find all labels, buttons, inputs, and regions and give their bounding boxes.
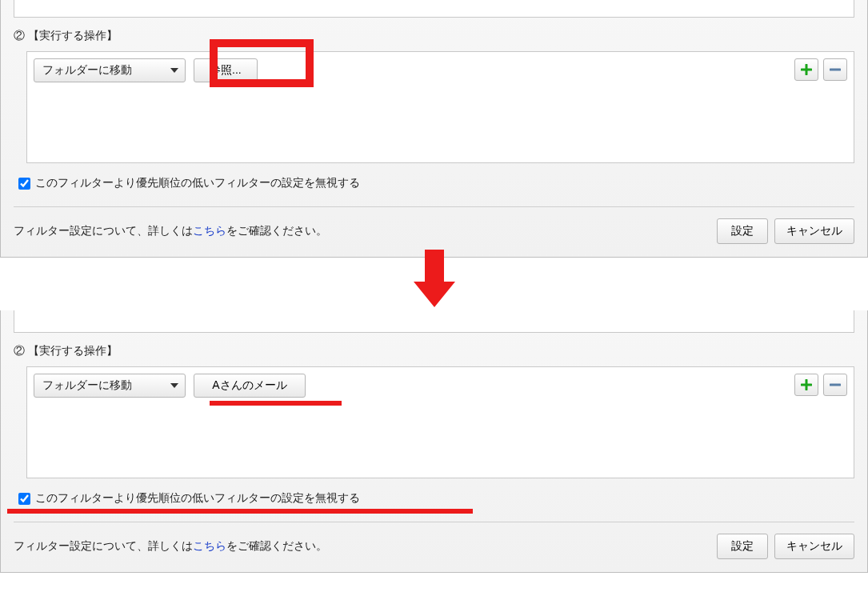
action-select-value: フォルダーに移動 — [42, 378, 132, 393]
remove-action-button[interactable] — [823, 58, 847, 81]
footer-text: フィルター設定について、詳しくはこちらをご確認ください。 — [14, 224, 327, 238]
filter-panel-before: ② 【実行する操作】 フォルダーに移動 参照... このフィルターより優先順位の… — [0, 0, 868, 258]
footer-link[interactable]: こちら — [193, 539, 226, 552]
cancel-button[interactable]: キャンセル — [774, 534, 854, 559]
section-title: 【実行する操作】 — [28, 29, 118, 42]
section-number: ② — [14, 344, 25, 357]
chevron-down-icon — [170, 383, 178, 388]
footer-text-before: フィルター設定について、詳しくは — [14, 539, 193, 552]
plus-icon — [801, 64, 812, 75]
action-select[interactable]: フォルダーに移動 — [34, 58, 186, 82]
browse-button[interactable]: 参照... — [194, 58, 258, 82]
upper-box-fragment — [14, 0, 854, 18]
annotation-arrow — [0, 258, 868, 310]
chevron-down-icon — [170, 68, 178, 73]
remove-action-button[interactable] — [823, 374, 847, 396]
action-select[interactable]: フォルダーに移動 — [34, 374, 186, 398]
footer-text-after: をご確認ください。 — [226, 539, 327, 552]
footer-text-after: をご確認ください。 — [226, 224, 327, 237]
minus-icon — [830, 64, 841, 75]
add-action-button[interactable] — [794, 58, 818, 81]
plus-icon — [801, 379, 812, 390]
upper-box-fragment — [14, 310, 854, 333]
footer-text: フィルター設定について、詳しくはこちらをご確認ください。 — [14, 539, 327, 554]
add-action-button[interactable] — [794, 374, 818, 396]
section-number: ② — [14, 29, 25, 42]
cancel-button[interactable]: キャンセル — [774, 218, 854, 244]
footer-link[interactable]: こちら — [193, 224, 226, 237]
filter-panel-after: ② 【実行する操作】 フォルダーに移動 Aさんのメール このフィルターより優先順… — [0, 310, 868, 573]
annotation-red-underline-folder — [210, 401, 342, 406]
section-label: ② 【実行する操作】 — [1, 18, 867, 51]
section-label: ② 【実行する操作】 — [1, 333, 867, 366]
set-button[interactable]: 設定 — [717, 218, 768, 244]
ignore-lower-priority-checkbox[interactable] — [18, 178, 30, 190]
selected-folder-button[interactable]: Aさんのメール — [194, 374, 306, 398]
ignore-lower-priority-label: このフィルターより優先順位の低いフィルターの設定を無視する — [35, 176, 360, 190]
ignore-lower-priority-checkbox[interactable] — [18, 493, 30, 505]
ignore-lower-priority-label: このフィルターより優先順位の低いフィルターの設定を無視する — [35, 491, 360, 506]
action-select-value: フォルダーに移動 — [42, 63, 132, 78]
ignore-lower-priority-row: このフィルターより優先順位の低いフィルターの設定を無視する — [1, 478, 867, 518]
set-button[interactable]: 設定 — [717, 534, 768, 559]
footer-row: フィルター設定について、詳しくはこちらをご確認ください。 設定 キャンセル — [1, 522, 867, 572]
action-box: フォルダーに移動 参照... — [26, 51, 854, 163]
annotation-red-underline-checkbox — [7, 509, 473, 514]
section-title: 【実行する操作】 — [28, 344, 118, 357]
ignore-lower-priority-row: このフィルターより優先順位の低いフィルターの設定を無視する — [1, 163, 867, 203]
minus-icon — [830, 379, 841, 390]
action-box: フォルダーに移動 Aさんのメール — [26, 366, 854, 478]
footer-text-before: フィルター設定について、詳しくは — [14, 224, 193, 237]
